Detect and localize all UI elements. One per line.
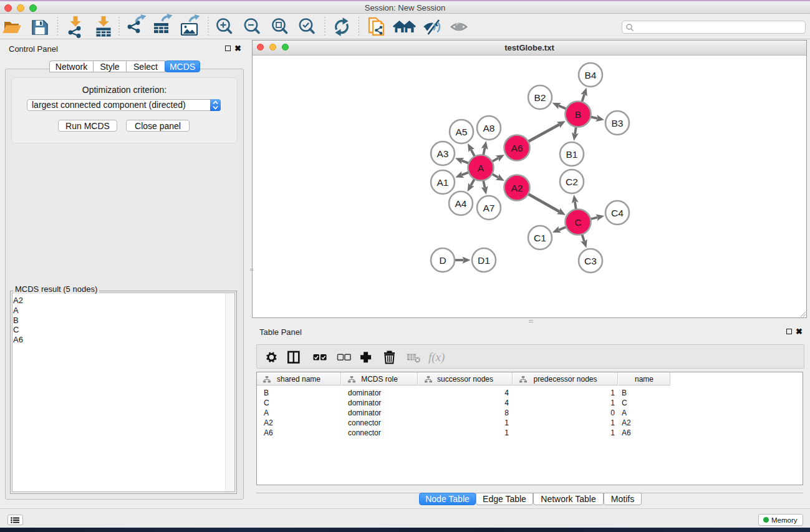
svg-text:f(x): f(x) (428, 351, 445, 364)
svg-text:A3: A3 (437, 148, 449, 159)
svg-text:A5: A5 (456, 127, 468, 137)
svg-text:D1: D1 (478, 255, 490, 266)
svg-text:A7: A7 (483, 203, 495, 213)
svg-text:B4: B4 (585, 70, 597, 80)
svg-text:A6: A6 (511, 143, 523, 153)
svg-text:A8: A8 (483, 123, 495, 133)
svg-text:C4: C4 (611, 208, 624, 218)
svg-text:B2: B2 (534, 92, 546, 103)
svg-text:C: C (574, 217, 581, 228)
svg-text:D: D (439, 255, 446, 266)
svg-text:A2: A2 (511, 183, 523, 193)
svg-text:B3: B3 (612, 118, 624, 128)
svg-text:B1: B1 (566, 149, 578, 160)
svg-text:A1: A1 (437, 177, 449, 188)
svg-text:C1: C1 (534, 233, 546, 243)
svg-text:C3: C3 (584, 256, 597, 266)
svg-text:A4: A4 (455, 198, 467, 209)
svg-text:C2: C2 (566, 177, 578, 187)
svg-text:A: A (478, 163, 485, 173)
svg-text:B: B (575, 109, 581, 120)
